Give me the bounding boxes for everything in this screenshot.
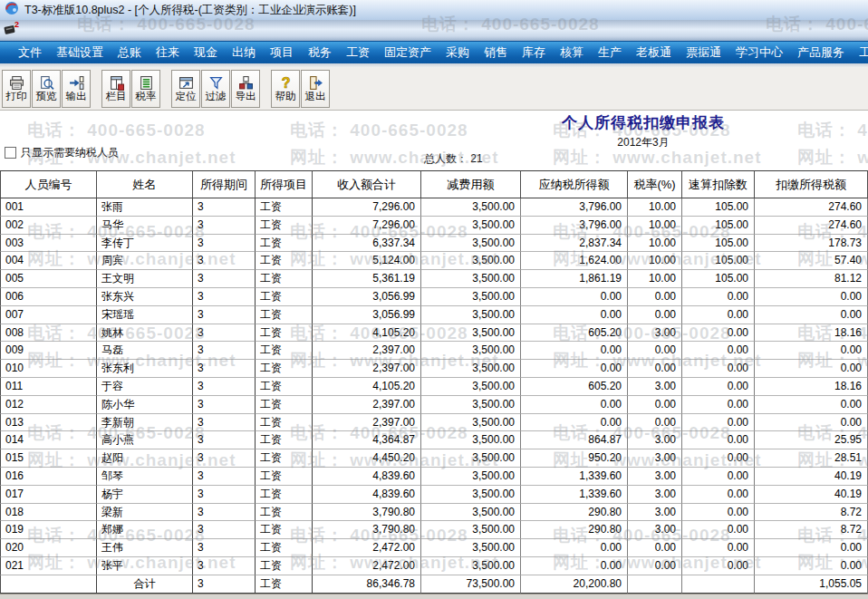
table-cell[interactable]: 3 bbox=[193, 235, 256, 253]
menu-item[interactable]: 库存 bbox=[515, 42, 553, 63]
table-cell[interactable]: 0.00 bbox=[628, 396, 682, 414]
table-cell[interactable]: 张平 bbox=[97, 557, 193, 575]
table-cell[interactable]: 1,624.00 bbox=[521, 252, 628, 270]
table-cell[interactable]: 001 bbox=[0, 198, 97, 217]
table-cell[interactable]: 2,472.00 bbox=[313, 557, 421, 575]
table-cell[interactable]: 105.00 bbox=[682, 252, 755, 270]
table-cell[interactable]: 3 bbox=[193, 198, 256, 217]
table-cell[interactable]: 3,500.00 bbox=[421, 360, 521, 378]
table-cell[interactable]: 18.16 bbox=[755, 324, 868, 343]
menu-item[interactable]: 税务 bbox=[301, 42, 339, 63]
menu-item[interactable]: 学习中心 bbox=[728, 42, 790, 63]
table-cell[interactable]: 4,364.87 bbox=[313, 431, 421, 449]
table-cell[interactable]: 4,450.20 bbox=[313, 449, 421, 468]
table-cell[interactable]: 011 bbox=[0, 378, 97, 396]
table-cell[interactable]: 0.00 bbox=[755, 539, 868, 557]
table-cell[interactable]: 4,105.20 bbox=[313, 378, 421, 396]
table-cell[interactable]: 0.00 bbox=[682, 378, 755, 396]
table-cell[interactable]: 20,200.80 bbox=[521, 575, 628, 594]
table-cell[interactable]: 周宾 bbox=[97, 252, 193, 270]
table-cell[interactable] bbox=[0, 575, 97, 594]
menu-item[interactable]: 出纳 bbox=[225, 42, 263, 63]
table-cell[interactable]: 工资 bbox=[256, 306, 313, 324]
table-cell[interactable]: 010 bbox=[0, 360, 97, 378]
table-cell[interactable]: 3,500.00 bbox=[421, 270, 521, 288]
table-cell[interactable]: 7,296.00 bbox=[313, 198, 421, 217]
table-cell[interactable]: 工资 bbox=[256, 270, 313, 288]
table-cell[interactable]: 10.00 bbox=[628, 198, 682, 217]
table-cell[interactable]: 马华 bbox=[97, 217, 193, 235]
table-cell[interactable]: 0.00 bbox=[682, 539, 755, 557]
table-cell[interactable]: 3 bbox=[193, 288, 256, 306]
table-cell[interactable]: 1,339.60 bbox=[521, 486, 628, 504]
table-cell[interactable]: 2,397.00 bbox=[313, 360, 421, 378]
table-cell[interactable]: 0.00 bbox=[682, 306, 755, 324]
menu-item[interactable]: 基础设置 bbox=[49, 42, 111, 63]
table-cell[interactable]: 0.00 bbox=[628, 414, 682, 432]
menu-item[interactable]: 老板通 bbox=[629, 42, 679, 63]
table-cell[interactable]: 290.80 bbox=[521, 521, 628, 539]
table-cell[interactable]: 0.00 bbox=[521, 557, 628, 575]
table-cell[interactable]: 40.19 bbox=[755, 486, 868, 504]
table-cell[interactable]: 605.20 bbox=[521, 324, 628, 343]
table-cell[interactable]: 274.60 bbox=[755, 198, 868, 217]
table-cell[interactable]: 0.00 bbox=[682, 342, 755, 360]
column-header[interactable]: 所得期间 bbox=[193, 170, 256, 198]
table-cell[interactable]: 003 bbox=[0, 235, 97, 253]
table-cell[interactable]: 3 bbox=[193, 468, 256, 486]
table-cell[interactable]: 3,500.00 bbox=[421, 342, 521, 360]
table-cell[interactable]: 0.00 bbox=[682, 324, 755, 343]
table-cell[interactable]: 3,500.00 bbox=[421, 217, 521, 235]
table-cell[interactable]: 2,472.00 bbox=[313, 539, 421, 557]
table-cell[interactable]: 605.20 bbox=[521, 378, 628, 396]
table-cell[interactable]: 宋瑶瑶 bbox=[97, 306, 193, 324]
table-cell[interactable]: 郑娜 bbox=[97, 521, 193, 539]
table-cell[interactable]: 工资 bbox=[256, 396, 313, 414]
table-cell[interactable]: 赵阳 bbox=[97, 449, 193, 468]
menu-item[interactable]: 销售 bbox=[477, 42, 515, 63]
table-cell[interactable]: 工资 bbox=[256, 575, 313, 594]
table-cell[interactable]: 王伟 bbox=[97, 539, 193, 557]
table-cell[interactable]: 3 bbox=[193, 217, 256, 235]
table-cell[interactable]: 0.00 bbox=[755, 360, 868, 378]
table-cell[interactable]: 1,339.60 bbox=[521, 468, 628, 486]
table-cell[interactable]: 86,346.78 bbox=[313, 575, 421, 594]
table-cell[interactable]: 290.80 bbox=[521, 504, 628, 522]
menu-item[interactable]: 工资 bbox=[339, 42, 377, 63]
table-cell[interactable]: 017 bbox=[0, 486, 97, 504]
table-cell[interactable]: 3,500.00 bbox=[421, 504, 521, 522]
table-cell[interactable]: 016 bbox=[0, 468, 97, 486]
columns-button[interactable]: 栏目 bbox=[101, 70, 130, 108]
table-cell[interactable]: 3 bbox=[193, 270, 256, 288]
table-cell[interactable]: 0.00 bbox=[682, 449, 755, 468]
export-button[interactable]: 导出 bbox=[231, 70, 260, 108]
table-cell[interactable]: 8.72 bbox=[755, 504, 868, 522]
table-cell[interactable]: 工资 bbox=[256, 557, 313, 575]
table-cell[interactable]: 3.00 bbox=[628, 431, 682, 449]
table-cell[interactable]: 3,500.00 bbox=[421, 431, 521, 449]
table-cell[interactable]: 陈小华 bbox=[97, 396, 193, 414]
table-cell[interactable]: 018 bbox=[0, 504, 97, 522]
table-cell[interactable]: 006 bbox=[0, 288, 97, 306]
column-header[interactable]: 人员编号 bbox=[0, 170, 97, 198]
table-cell[interactable]: 0.00 bbox=[521, 539, 628, 557]
table-cell[interactable]: 014 bbox=[0, 431, 97, 449]
menu-item[interactable]: 采购 bbox=[439, 42, 477, 63]
table-cell[interactable]: 0.00 bbox=[682, 414, 755, 432]
table-cell[interactable]: 0.00 bbox=[628, 342, 682, 360]
column-header[interactable]: 扣缴所得税额 bbox=[755, 170, 868, 198]
menu-item[interactable]: 产品服务 bbox=[790, 42, 852, 63]
table-cell[interactable]: 950.20 bbox=[521, 449, 628, 468]
table-cell[interactable]: 0.00 bbox=[682, 431, 755, 449]
menu-item[interactable]: 文件 bbox=[11, 42, 49, 63]
table-cell[interactable]: 4,839.60 bbox=[313, 468, 421, 486]
table-cell[interactable]: 3,500.00 bbox=[421, 306, 521, 324]
table-cell[interactable]: 105.00 bbox=[682, 217, 755, 235]
table-cell[interactable]: 0.00 bbox=[682, 468, 755, 486]
table-cell[interactable]: 3 bbox=[193, 360, 256, 378]
table-cell[interactable]: 邹琴 bbox=[97, 468, 193, 486]
table-cell[interactable]: 10.00 bbox=[628, 270, 682, 288]
table-cell[interactable]: 3 bbox=[193, 449, 256, 468]
table-cell[interactable]: 3,790.80 bbox=[313, 504, 421, 522]
table-cell[interactable]: 工资 bbox=[256, 378, 313, 396]
